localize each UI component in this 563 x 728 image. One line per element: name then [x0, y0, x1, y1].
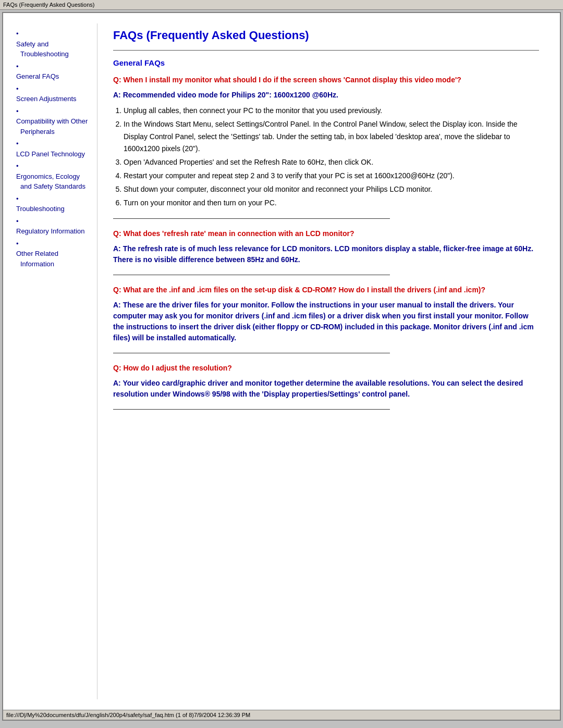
sidebar-link-safety-troubleshooting[interactable]: Safety and Troubleshooting [20, 39, 92, 59]
answer-intro-q1: A: Recommended video mode for Philips 20… [113, 90, 539, 101]
main-content: FAQs (Frequently Asked Questions)General… [97, 23, 549, 699]
qa-block-q1: Q: When I install my monitor what should… [113, 75, 539, 209]
title-bar-text: FAQs (Frequently Asked Questions) [3, 2, 94, 8]
title-bar: FAQs (Frequently Asked Questions) [0, 0, 563, 10]
status-bar-text: file:///D|/My%20documents/dfu/J/english/… [6, 712, 250, 718]
sidebar-item-safety-troubleshooting: Safety and Troubleshooting [16, 29, 92, 59]
list-item: Restart your computer and repeat step 2 … [124, 170, 539, 182]
sidebar-link-regulatory[interactable]: Regulatory Information [20, 226, 92, 237]
answer-intro-q2: A: The refresh rate is of much less rele… [113, 243, 539, 265]
sidebar-item-other-related: Other Related Information [16, 239, 92, 269]
content-area: Safety and TroubleshootingGeneral FAQsSc… [3, 13, 560, 710]
qa-block-q4: Q: How do I adjust the resolution?A: You… [113, 363, 539, 400]
sidebar-item-general-faqs: General FAQs [16, 61, 92, 82]
sidebar-link-compatibility[interactable]: Compatibility with Other Peripherals [20, 116, 92, 137]
qa-separator-q4 [113, 409, 390, 410]
sidebar-item-compatibility: Compatibility with Other Peripherals [16, 106, 92, 137]
sidebar-link-lcd-panel[interactable]: LCD Panel Technology [20, 149, 92, 159]
qa-separator-q3 [113, 353, 390, 353]
list-item: In the Windows Start Menu, select Settin… [124, 118, 539, 155]
page-title: FAQs (Frequently Asked Questions) [113, 29, 539, 42]
sidebar-link-general-faqs[interactable]: General FAQs [20, 71, 92, 82]
list-item: Open 'Advanced Properties' and set the R… [124, 156, 539, 169]
question-q2: Q: What does 'refresh rate' mean in conn… [113, 228, 539, 239]
sidebar: Safety and TroubleshootingGeneral FAQsSc… [14, 23, 97, 699]
sidebar-item-lcd-panel: LCD Panel Technology [16, 139, 92, 159]
sidebar-item-ergonomics: Ergonomics, Ecology and Safety Standards [16, 161, 92, 192]
sidebar-link-troubleshooting[interactable]: Troubleshooting [20, 204, 92, 214]
answer-intro-q4: A: Your video card/graphic driver and mo… [113, 378, 539, 400]
question-q4: Q: How do I adjust the resolution? [113, 363, 539, 374]
sidebar-item-screen-adjustments: Screen Adjustments [16, 84, 92, 104]
question-q3: Q: What are the .inf and .icm files on t… [113, 285, 539, 295]
top-divider [113, 50, 539, 51]
qa-separator-q1 [113, 218, 390, 219]
sidebar-link-other-related[interactable]: Other Related Information [20, 249, 92, 269]
status-bar: file:///D|/My%20documents/dfu/J/english/… [3, 710, 560, 720]
sidebar-item-troubleshooting: Troubleshooting [16, 194, 92, 214]
answer-list-q1: Unplug all cables, then connect your PC … [124, 105, 539, 209]
list-item: Unplug all cables, then connect your PC … [124, 105, 539, 117]
question-q1: Q: When I install my monitor what should… [113, 75, 539, 85]
qa-block-q3: Q: What are the .inf and .icm files on t… [113, 285, 539, 343]
answer-intro-q3: A: These are the driver files for your m… [113, 300, 539, 343]
sidebar-link-screen-adjustments[interactable]: Screen Adjustments [20, 94, 92, 104]
list-item: Shut down your computer, disconnect your… [124, 183, 539, 196]
section-heading: General FAQs [113, 58, 539, 67]
browser-window: Safety and TroubleshootingGeneral FAQsSc… [2, 12, 561, 721]
list-item: Turn on your monitor and then turn on yo… [124, 197, 539, 209]
qa-separator-q2 [113, 275, 390, 275]
qa-block-q2: Q: What does 'refresh rate' mean in conn… [113, 228, 539, 265]
sidebar-item-regulatory: Regulatory Information [16, 216, 92, 237]
sidebar-link-ergonomics[interactable]: Ergonomics, Ecology and Safety Standards [20, 171, 92, 192]
